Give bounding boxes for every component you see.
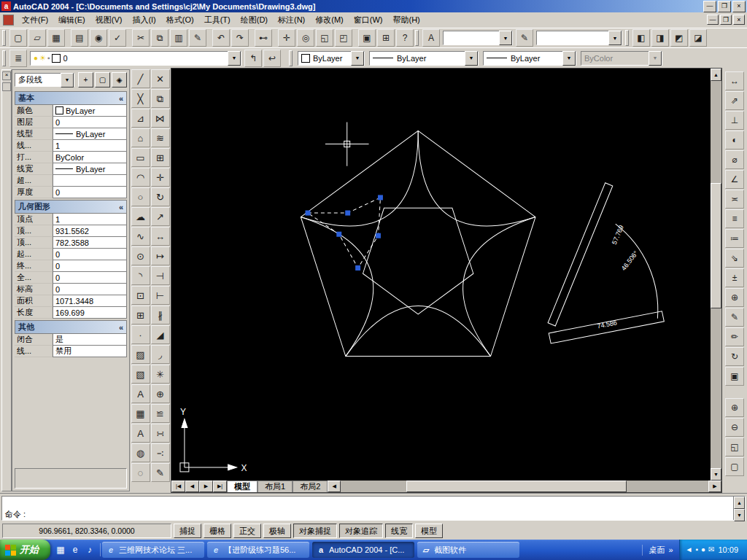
dimension-tool-button[interactable]: ≔	[725, 229, 744, 248]
lineweight-combo[interactable]: ByLayer ▼	[483, 51, 576, 66]
draw-tool-button[interactable]: ▭	[131, 148, 150, 167]
selected-polyline[interactable]	[308, 198, 380, 268]
zoom-tool-button[interactable]: ⊖	[725, 418, 744, 437]
modify-tool-button[interactable]: ⊞	[151, 148, 170, 167]
status-toggle-button[interactable]: 模型	[415, 524, 443, 538]
chevron-down-icon[interactable]: ▼	[499, 31, 512, 45]
palette-titlebar[interactable]: ×	[1, 69, 12, 491]
tab-nav-button[interactable]: ◀	[185, 481, 199, 492]
toolbar-button[interactable]: ◩	[670, 29, 688, 47]
status-toggle-button[interactable]: 捕捉	[174, 524, 201, 538]
grip[interactable]	[378, 195, 383, 200]
linetype-combo[interactable]: ByLayer ▼	[369, 51, 479, 66]
zoom-tool-button[interactable]: ▢	[725, 457, 744, 476]
dimension-tool-button[interactable]: ↔	[725, 71, 744, 90]
property-value[interactable]: 931.5562	[53, 225, 127, 237]
tab-nav-button[interactable]: ▶	[199, 481, 213, 492]
dimension-tool-button[interactable]: ▣	[725, 367, 744, 386]
command-scrollbar[interactable]: ▲ ▼	[733, 497, 745, 520]
toolbar-button[interactable]: ◱	[316, 29, 333, 47]
dimension-tool-button[interactable]: ✏	[725, 327, 744, 346]
modify-tool-button[interactable]: ↻	[151, 187, 170, 206]
tray-icon[interactable]: ▪	[695, 546, 698, 553]
property-value[interactable]	[53, 175, 127, 187]
tray-icon[interactable]: ✉	[708, 546, 714, 553]
chevron-down-icon[interactable]: ▼	[608, 31, 622, 45]
menu-item[interactable]: 视图(V)	[90, 13, 128, 27]
toolbar-button[interactable]: ✎	[189, 29, 206, 47]
menu-item[interactable]: 标注(N)	[273, 13, 310, 27]
toolbar-button[interactable]: ⊞	[377, 29, 395, 47]
restore-button-icon[interactable]: ❐	[718, 1, 731, 12]
scroll-right-icon[interactable]: ▶	[708, 481, 721, 492]
mdi-restore-icon[interactable]: ❐	[720, 15, 732, 25]
tray-icon[interactable]: ◄	[686, 546, 693, 553]
chevron-right-icon[interactable]: »	[668, 545, 673, 554]
property-value[interactable]: ByLayer	[53, 163, 127, 175]
close-button-icon[interactable]: ×	[732, 1, 746, 12]
modify-tool-button[interactable]: ⧉	[151, 89, 170, 108]
quick-launch-icon[interactable]: ▦	[54, 543, 67, 556]
menu-item[interactable]: 绘图(D)	[236, 13, 273, 27]
draw-tool-button[interactable]: A	[131, 424, 150, 443]
toolbar-grip[interactable]	[2, 30, 6, 46]
toolbar-button[interactable]: ◧	[632, 29, 650, 47]
property-value[interactable]: 0	[53, 272, 127, 284]
menu-item[interactable]: 帮助(H)	[388, 13, 425, 27]
dimension-tool-button[interactable]: ⊥	[725, 111, 744, 130]
pentagon-outline[interactable]	[301, 131, 535, 356]
collapse-icon[interactable]: «	[119, 323, 123, 332]
modify-tool-button[interactable]: ✳	[151, 365, 170, 384]
modify-tool-button[interactable]: ≋	[151, 128, 170, 147]
dim-style-button[interactable]: ✎	[516, 29, 533, 47]
dimension-tool-button[interactable]: ◐	[725, 131, 744, 149]
modify-tool-button[interactable]: ≌	[151, 404, 170, 423]
zoom-tool-button[interactable]: ⊕	[725, 398, 744, 417]
draw-tool-button[interactable]: ⊞	[131, 306, 150, 324]
modify-tool-button[interactable]: ✛	[151, 168, 170, 187]
start-button[interactable]: 开始	[0, 540, 50, 560]
collapse-icon[interactable]: «	[119, 203, 123, 211]
modify-tool-button[interactable]: ∹	[151, 443, 170, 462]
draw-tool-button[interactable]: ⌂	[131, 128, 150, 147]
object-type-combo[interactable]: 多段线 ▼	[15, 73, 74, 87]
dimension-tool-button[interactable]: ≍	[725, 190, 744, 209]
dimension-tool-button[interactable]: ≡	[725, 209, 744, 228]
scroll-down-icon[interactable]: ▼	[711, 468, 721, 481]
menu-item[interactable]: 插入(I)	[127, 13, 160, 27]
tab-nav-button[interactable]: |◀	[171, 481, 185, 492]
zoom-tool-button[interactable]: ◱	[725, 438, 744, 456]
draw-tool-button[interactable]: ◝	[131, 266, 150, 285]
property-value[interactable]: ByColor	[53, 152, 127, 163]
quick-launch-icon[interactable]: ♪	[83, 543, 96, 556]
grip[interactable]	[345, 211, 350, 216]
dimension-tool-button[interactable]: ⊕	[725, 288, 744, 307]
draw-tool-button[interactable]: ☁	[131, 207, 150, 226]
layout-tab[interactable]: 布局1	[258, 481, 293, 492]
modify-tool-button[interactable]: ∦	[151, 306, 170, 324]
task-button[interactable]: e 三维网技术论坛 三...	[102, 542, 204, 558]
status-toggle-button[interactable]: 正交	[233, 524, 261, 538]
property-value[interactable]: 1071.3448	[53, 295, 127, 307]
drawing-canvas[interactable]: 57.769 46.506° 74.586	[171, 69, 711, 481]
draw-tool-button[interactable]: ╳	[131, 89, 150, 108]
property-value[interactable]: 1	[53, 140, 127, 152]
modify-tool-button[interactable]: ↦	[151, 246, 170, 265]
section-header-basic[interactable]: 基本 «	[15, 91, 127, 105]
palette-tool-button[interactable]: ◈	[112, 72, 127, 88]
status-toggle-button[interactable]: 对象捕捉	[293, 524, 337, 538]
draw-tool-button[interactable]: ◍	[131, 443, 150, 462]
chevron-down-icon[interactable]: ▼	[351, 51, 364, 66]
menu-item[interactable]: 编辑(E)	[53, 13, 90, 27]
draw-tool-button[interactable]: ⊙	[131, 246, 150, 265]
chevron-down-icon[interactable]: ▼	[465, 51, 478, 66]
toolbar-button[interactable]: ▱	[28, 29, 46, 47]
draw-tool-button[interactable]: ○	[131, 187, 150, 206]
palette-autohide-icon[interactable]	[2, 82, 11, 91]
property-value[interactable]: 169.699	[53, 307, 127, 319]
menu-item[interactable]: 修改(M)	[310, 13, 349, 27]
toolbar-button[interactable]: ↶	[212, 29, 230, 47]
toolbar-button[interactable]: ◉	[90, 29, 107, 47]
menu-item[interactable]: 格式(O)	[161, 13, 199, 27]
drawing-icon[interactable]	[3, 15, 14, 26]
